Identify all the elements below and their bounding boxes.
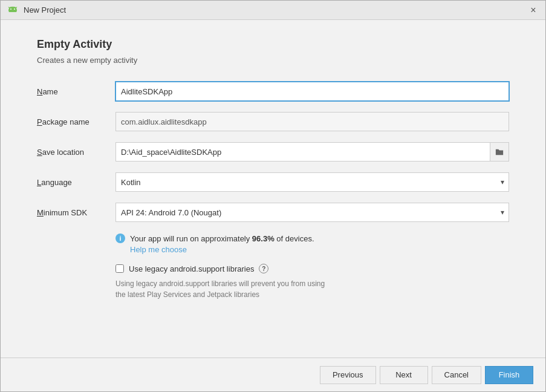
new-project-dialog: New Project × Empty Activity Creates a n…	[0, 0, 546, 392]
dialog-title: New Project	[24, 5, 66, 15]
svg-rect-0	[10, 8, 11, 10]
info-content: Your app will run on approximately 96.3%…	[130, 233, 314, 254]
language-select-wrapper: Kotlin Java ▾	[115, 172, 509, 192]
name-row: Name	[37, 82, 509, 101]
info-icon: i	[115, 234, 125, 243]
minimum-sdk-select-wrapper: API 24: Android 7.0 (Nougat) API 21: And…	[115, 203, 509, 222]
info-text: Your app will run on approximately 96.3%…	[130, 234, 314, 243]
previous-button[interactable]: Previous	[320, 366, 376, 384]
package-name-label: Package name	[37, 117, 115, 126]
browse-folder-button[interactable]	[490, 142, 509, 162]
help-tooltip-icon[interactable]: ?	[259, 264, 268, 273]
minimum-sdk-select[interactable]: API 24: Android 7.0 (Nougat) API 21: And…	[115, 203, 509, 222]
next-button[interactable]: Next	[380, 366, 428, 384]
legacy-description: Using legacy android.support libraries w…	[115, 278, 509, 300]
title-bar-left: New Project	[7, 4, 66, 16]
name-input[interactable]	[115, 82, 509, 101]
title-bar: New Project ×	[1, 1, 545, 20]
legacy-checkbox-label: Use legacy android.support libraries	[129, 264, 254, 273]
save-location-label: Save location	[37, 148, 115, 157]
close-button[interactable]: ×	[527, 4, 539, 16]
save-location-row: Save location	[37, 142, 509, 162]
footer: Previous Next Cancel Finish	[1, 358, 545, 391]
section-title: Empty Activity	[37, 38, 509, 51]
svg-rect-1	[14, 8, 15, 10]
info-row: i Your app will run on approximately 96.…	[115, 233, 509, 254]
android-logo-icon	[7, 4, 19, 16]
package-name-row: Package name	[37, 112, 509, 131]
save-location-input[interactable]	[115, 142, 490, 162]
package-name-input[interactable]	[115, 112, 509, 131]
minimum-sdk-row: Minimum SDK API 24: Android 7.0 (Nougat)…	[37, 203, 509, 222]
help-link[interactable]: Help me choose	[130, 245, 314, 254]
language-select[interactable]: Kotlin Java	[115, 172, 509, 192]
finish-button[interactable]: Finish	[485, 366, 533, 384]
minimum-sdk-label: Minimum SDK	[37, 208, 115, 217]
section-subtitle: Creates a new empty activity	[37, 56, 509, 65]
form-content: Empty Activity Creates a new empty activ…	[1, 20, 545, 358]
name-label: Name	[37, 87, 115, 96]
folder-icon	[495, 148, 504, 156]
save-location-input-group	[115, 142, 509, 162]
language-label: Language	[37, 178, 115, 187]
legacy-checkbox[interactable]	[115, 264, 124, 273]
legacy-checkbox-row: Use legacy android.support libraries ?	[115, 264, 509, 273]
language-row: Language Kotlin Java ▾	[37, 172, 509, 192]
cancel-button[interactable]: Cancel	[432, 366, 481, 384]
